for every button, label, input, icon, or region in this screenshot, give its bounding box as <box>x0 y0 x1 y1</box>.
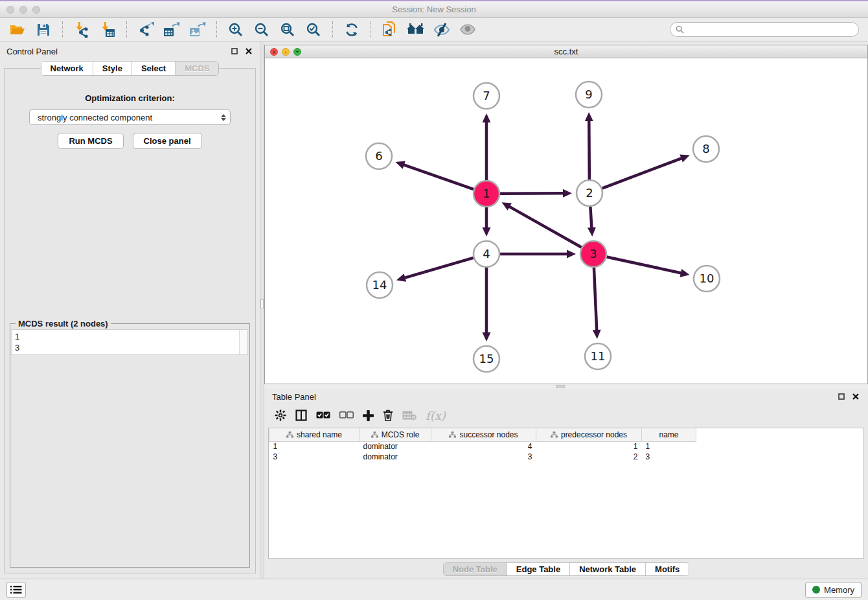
tab-edge-table[interactable]: Edge Table <box>507 563 570 575</box>
arrowhead-3-10 <box>680 269 690 277</box>
search-field[interactable] <box>670 22 859 37</box>
node-label-4: 4 <box>483 247 490 260</box>
column-header-shared-name[interactable]: shared name <box>269 428 360 441</box>
refresh-icon <box>344 22 360 38</box>
edge-2-8[interactable] <box>602 158 682 188</box>
run-mcds-button[interactable]: Run MCDS <box>58 133 123 149</box>
network-graph[interactable]: 7968124314101511 <box>265 58 867 384</box>
import-table-button[interactable] <box>97 20 119 40</box>
hide-details-button[interactable] <box>431 20 453 40</box>
network-close-button[interactable]: x <box>270 48 278 56</box>
mac-titlebar: Session: New Session <box>0 1 868 18</box>
eye-icon <box>459 23 476 37</box>
zoom-in-icon <box>228 22 244 38</box>
network-file-icon <box>382 21 398 39</box>
column-header-mcds-role[interactable]: MCDS role <box>360 428 431 441</box>
node-label-7: 7 <box>483 89 490 102</box>
column-header-predecessor-nodes[interactable]: predecessor nodes <box>536 428 642 441</box>
mcds-result-box: MCDS result (2 nodes) 1 3 <box>10 323 250 568</box>
export-network-button[interactable] <box>135 20 157 40</box>
splitter-grip[interactable] <box>556 385 565 388</box>
control-panel-tabs: Network Style Select MCDS <box>41 61 220 76</box>
zoom-in-button[interactable] <box>225 20 247 40</box>
task-history-button[interactable] <box>6 582 26 598</box>
export-image-icon <box>188 21 207 38</box>
show-details-button[interactable] <box>457 20 479 40</box>
table-toolbar: f(x) <box>264 403 868 428</box>
edge-2-3[interactable] <box>590 207 591 228</box>
show-column-button[interactable] <box>295 410 307 421</box>
open-session-button[interactable] <box>6 20 29 40</box>
node-label-3: 3 <box>589 247 597 260</box>
column-header-successor-nodes[interactable]: successor nodes <box>431 428 536 441</box>
search-input[interactable] <box>687 25 853 34</box>
mcds-tab-content: Optimization criterion: strongly connect… <box>4 68 256 573</box>
node-label-14: 14 <box>372 278 387 292</box>
tab-mcds[interactable]: MCDS <box>176 62 218 75</box>
vertical-splitter[interactable] <box>260 41 264 579</box>
edge-4-14[interactable] <box>404 258 473 278</box>
splitter-grip[interactable] <box>260 299 264 308</box>
import-table-icon <box>99 21 116 38</box>
network-from-file-button[interactable] <box>379 20 401 40</box>
memory-status-icon <box>812 586 820 594</box>
select-all-button[interactable] <box>316 411 330 419</box>
edge-2-9[interactable] <box>589 121 589 179</box>
close-panel-icon[interactable] <box>851 392 860 401</box>
column-header-name[interactable]: name <box>642 428 696 441</box>
table-row[interactable]: 3dominator 32 3 <box>269 452 696 462</box>
float-panel-icon[interactable] <box>837 392 846 401</box>
status-bar: Memory <box>0 579 868 600</box>
edge-3-10[interactable] <box>607 257 681 273</box>
tab-style[interactable]: Style <box>93 62 132 75</box>
node-label-6: 6 <box>375 149 382 163</box>
tab-network[interactable]: Network <box>41 62 93 75</box>
function-builder-button: f(x) <box>426 409 446 422</box>
table-panel: Table Panel <box>264 389 868 579</box>
close-panel-button[interactable]: Close panel <box>133 133 202 149</box>
arrowhead-2-8 <box>680 154 689 162</box>
edge-3-1[interactable] <box>509 207 582 248</box>
import-network-icon <box>73 21 90 38</box>
zoom-selected-button[interactable] <box>303 20 325 40</box>
horizontal-splitter[interactable] <box>264 384 868 389</box>
result-scrollbar[interactable] <box>239 330 247 354</box>
edge-3-11[interactable] <box>594 268 597 330</box>
home-button[interactable] <box>405 20 427 40</box>
close-panel-icon[interactable] <box>244 47 253 56</box>
export-table-button[interactable] <box>161 20 183 40</box>
deselect-all-button[interactable] <box>339 411 354 419</box>
table-row[interactable]: 1dominator 41 1 <box>269 441 696 452</box>
import-network-button[interactable] <box>71 20 93 40</box>
edge-1-2[interactable] <box>500 193 564 194</box>
zoom-out-icon <box>254 22 269 38</box>
network-minimize-button[interactable]: - <box>282 48 290 56</box>
arrowhead-1-7 <box>483 113 491 122</box>
network-window-titlebar: x - + scc.txt <box>265 45 867 58</box>
float-panel-icon[interactable] <box>230 47 239 56</box>
edge-1-6[interactable] <box>404 165 474 189</box>
toolbar-separator <box>371 21 371 38</box>
node-table[interactable]: shared name MCDS role successor nodes pr… <box>268 428 864 559</box>
tab-motifs[interactable]: Motifs <box>646 563 689 575</box>
zoom-out-button[interactable] <box>251 20 273 40</box>
export-image-button[interactable] <box>187 20 209 40</box>
create-column-button[interactable] <box>363 410 374 421</box>
table-settings-button[interactable] <box>275 410 286 421</box>
network-maximize-button[interactable]: + <box>293 48 301 56</box>
delete-column-button[interactable] <box>383 410 393 421</box>
tab-select[interactable]: Select <box>132 62 176 75</box>
network-canvas[interactable]: 7968124314101511 <box>265 58 867 384</box>
delete-table-button <box>402 411 417 421</box>
list-icon <box>10 585 22 594</box>
optimization-criterion-select[interactable]: strongly connected component <box>29 110 231 125</box>
refresh-layout-button[interactable] <box>341 20 363 40</box>
tab-network-table[interactable]: Network Table <box>570 563 646 575</box>
arrowhead-2-3 <box>588 227 596 237</box>
memory-button[interactable]: Memory <box>805 582 862 598</box>
save-session-button[interactable] <box>32 20 54 40</box>
arrowhead-1-6 <box>395 161 405 168</box>
zoom-fit-button[interactable] <box>277 20 299 40</box>
tab-node-table[interactable]: Node Table <box>444 563 507 575</box>
toolbar-separator <box>216 21 217 38</box>
